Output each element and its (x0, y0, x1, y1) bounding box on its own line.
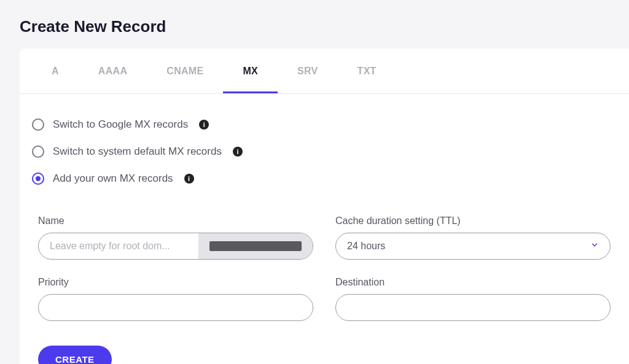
name-label: Name (38, 215, 313, 227)
option-label: Switch to Google MX records (53, 118, 188, 131)
tab-mx[interactable]: MX (223, 48, 278, 93)
field-priority: Priority (38, 277, 313, 321)
mx-options: Switch to Google MX records i Switch to … (20, 94, 629, 198)
option-google-mx[interactable]: Switch to Google MX records i (32, 111, 617, 138)
radio-icon (32, 145, 44, 158)
info-icon[interactable]: i (199, 120, 209, 130)
chevron-down-icon (590, 241, 599, 252)
option-label: Switch to system default MX records (53, 145, 222, 158)
tab-aaaa[interactable]: AAAA (79, 48, 147, 93)
destination-input-wrap (335, 294, 611, 321)
option-system-default-mx[interactable]: Switch to system default MX records i (32, 138, 617, 165)
option-label: Add your own MX records (53, 172, 173, 185)
tab-txt[interactable]: TXT (338, 48, 396, 93)
record-type-tabs: A AAAA CNAME MX SRV TXT (20, 48, 629, 94)
priority-input[interactable] (39, 295, 313, 320)
name-input-wrap (38, 233, 313, 260)
create-button[interactable]: CREATE (38, 346, 112, 364)
destination-label: Destination (335, 277, 611, 288)
priority-input-wrap (38, 294, 313, 321)
info-icon[interactable]: i (233, 147, 243, 157)
name-input[interactable] (39, 233, 198, 259)
tab-a[interactable]: A (32, 48, 79, 93)
option-own-mx[interactable]: Add your own MX records i (32, 165, 617, 192)
priority-label: Priority (38, 277, 313, 288)
domain-suffix (198, 233, 313, 259)
record-card: A AAAA CNAME MX SRV TXT Switch to Google… (20, 48, 629, 364)
tab-cname[interactable]: CNAME (147, 48, 223, 93)
info-icon[interactable]: i (184, 174, 194, 184)
radio-icon (32, 172, 44, 185)
ttl-label: Cache duration setting (TTL) (335, 215, 611, 227)
field-name: Name (38, 215, 313, 260)
page-title: Create New Record (0, 0, 629, 48)
mx-form: Name Cache duration setting (TTL) 24 hou… (20, 198, 629, 333)
domain-suffix-redacted (209, 241, 302, 251)
field-ttl: Cache duration setting (TTL) 24 hours (335, 215, 611, 260)
tab-srv[interactable]: SRV (278, 48, 338, 93)
destination-input[interactable] (336, 295, 610, 320)
form-actions: CREATE (20, 333, 629, 364)
radio-icon (32, 118, 44, 131)
field-destination: Destination (335, 277, 611, 321)
ttl-value: 24 hours (347, 241, 385, 252)
ttl-select[interactable]: 24 hours (335, 233, 611, 260)
